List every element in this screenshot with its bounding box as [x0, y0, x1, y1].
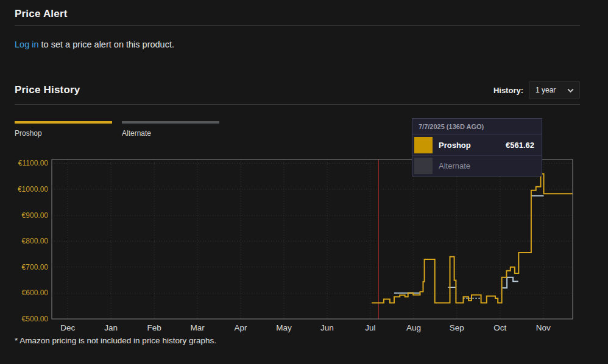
svg-text:Jul: Jul — [365, 323, 375, 332]
login-link[interactable]: Log in — [15, 40, 39, 49]
history-range-select[interactable]: 1 year — [529, 81, 580, 99]
legend-swatch-alternate — [122, 121, 219, 124]
chevron-down-icon — [567, 88, 574, 93]
price-alert-heading: Price Alert — [15, 8, 68, 20]
legend-swatch-proshop — [15, 121, 112, 124]
price-tracker-panel: Price Alert Log in to set a price alert … — [0, 0, 608, 364]
amazon-footnote: * Amazon pricing is not included in pric… — [15, 336, 216, 345]
svg-text:Dec: Dec — [60, 323, 75, 332]
price-alert-message-text: to set a price alert on this product. — [39, 40, 174, 49]
divider — [15, 25, 580, 26]
svg-text:Apr: Apr — [235, 323, 248, 332]
legend-label-proshop: Proshop — [15, 129, 112, 138]
legend-item-proshop[interactable]: Proshop — [15, 121, 112, 138]
tooltip-label-proshop: Proshop — [439, 141, 471, 150]
price-history-heading: Price History — [15, 84, 80, 96]
tooltip-value-proshop: €561.62 — [506, 141, 534, 150]
svg-text:€800.00: €800.00 — [22, 237, 49, 245]
svg-text:Nov: Nov — [536, 323, 551, 332]
svg-text:May: May — [276, 323, 292, 332]
svg-text:Aug: Aug — [406, 323, 421, 332]
svg-text:€1000.00: €1000.00 — [18, 185, 48, 194]
tooltip-swatch-alternate — [414, 158, 433, 174]
history-label: History: — [493, 86, 523, 95]
divider — [15, 104, 580, 105]
tooltip-date: 7/7/2025 (136D AGO) — [412, 119, 542, 135]
svg-text:€1100.00: €1100.00 — [18, 159, 48, 167]
history-range-value: 1 year — [536, 86, 556, 94]
legend-label-alternate: Alternate — [122, 129, 219, 138]
svg-text:Mar: Mar — [190, 323, 205, 332]
tooltip-row-alternate: Alternate — [412, 155, 542, 176]
svg-text:Jun: Jun — [320, 323, 334, 332]
svg-text:€600.00: €600.00 — [22, 289, 49, 297]
svg-text:Jan: Jan — [104, 323, 118, 332]
svg-text:€900.00: €900.00 — [22, 211, 49, 220]
legend-item-alternate[interactable]: Alternate — [122, 121, 219, 138]
svg-text:Oct: Oct — [493, 323, 506, 332]
chart-tooltip: 7/7/2025 (136D AGO) Proshop €561.62 Alte… — [412, 118, 542, 177]
tooltip-label-alternate: Alternate — [439, 161, 470, 170]
svg-text:€500.00: €500.00 — [22, 315, 49, 323]
svg-text:Sep: Sep — [450, 323, 464, 332]
svg-text:€700.00: €700.00 — [22, 263, 49, 271]
price-history-chart[interactable]: €1100.00€1000.00€900.00€800.00€700.00€60… — [15, 155, 593, 334]
tooltip-row-proshop: Proshop €561.62 — [412, 135, 542, 155]
history-range-control: History: 1 year — [493, 81, 580, 99]
tooltip-swatch-proshop — [414, 137, 433, 153]
chart-legend: Proshop Alternate — [15, 121, 219, 138]
price-alert-message: Log in to set a price alert on this prod… — [15, 40, 174, 49]
svg-text:Feb: Feb — [147, 323, 161, 332]
